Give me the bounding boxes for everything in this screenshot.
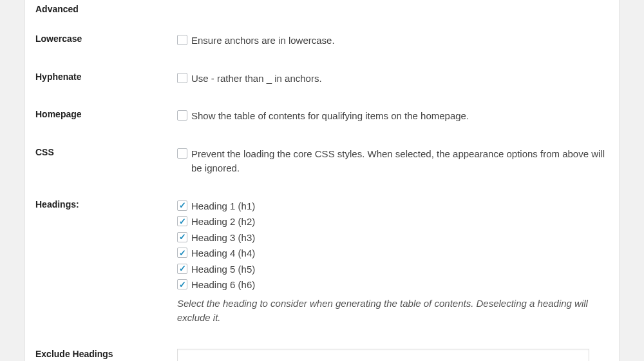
checkbox-line-h5[interactable]: Heading 5 (h5) xyxy=(177,262,609,277)
checkbox-text-hyphenate: Use - rather than _ in anchors. xyxy=(191,72,322,86)
checkbox-line-hyphenate[interactable]: Use - rather than _ in anchors. xyxy=(177,72,609,86)
label-hyphenate: Hyphenate xyxy=(35,72,177,82)
label-css: CSS xyxy=(35,147,177,157)
checkbox-homepage[interactable] xyxy=(177,110,187,121)
advanced-settings-panel: Advanced Lowercase Ensure anchors are in… xyxy=(24,0,620,361)
checkbox-line-h2[interactable]: Heading 2 (h2) xyxy=(177,215,609,229)
checkbox-line-h3[interactable]: Heading 3 (h3) xyxy=(177,231,609,246)
row-lowercase: Lowercase Ensure anchors are in lowercas… xyxy=(35,28,609,66)
checkbox-css[interactable] xyxy=(177,148,187,159)
row-hyphenate: Hyphenate Use - rather than _ in anchors… xyxy=(35,66,609,104)
checkbox-text-css: Prevent the loading the core CSS styles.… xyxy=(191,147,609,176)
label-exclude-headings: Exclude Headings xyxy=(35,349,177,359)
checkbox-text-homepage: Show the table of contents for qualifyin… xyxy=(191,109,469,124)
checkbox-h5[interactable] xyxy=(177,264,187,274)
checkbox-text-h2: Heading 2 (h2) xyxy=(191,215,255,229)
row-headings: Headings: Heading 1 (h1) Heading 2 (h2) … xyxy=(35,194,609,344)
checkbox-text-h3: Heading 3 (h3) xyxy=(191,231,255,246)
checkbox-line-homepage[interactable]: Show the table of contents for qualifyin… xyxy=(177,109,609,124)
checkbox-text-h6: Heading 6 (h6) xyxy=(191,278,255,293)
checkbox-line-h6[interactable]: Heading 6 (h6) xyxy=(177,278,609,293)
checkbox-h3[interactable] xyxy=(177,232,187,242)
checkbox-h2[interactable] xyxy=(177,216,187,226)
label-headings: Headings: xyxy=(35,199,177,210)
helper-headings: Select the heading to consider when gene… xyxy=(177,297,609,326)
heading-checkbox-list: Heading 1 (h1) Heading 2 (h2) Heading 3 … xyxy=(177,199,609,293)
checkbox-h1[interactable] xyxy=(177,200,187,211)
checkbox-hyphenate[interactable] xyxy=(177,73,187,83)
checkbox-line-h4[interactable]: Heading 4 (h4) xyxy=(177,246,609,261)
checkbox-line-lowercase[interactable]: Ensure anchors are in lowercase. xyxy=(177,34,609,48)
checkbox-text-h4: Heading 4 (h4) xyxy=(191,246,255,261)
checkbox-text-lowercase: Ensure anchors are in lowercase. xyxy=(191,34,335,48)
checkbox-h4[interactable] xyxy=(177,248,187,258)
input-exclude-headings[interactable] xyxy=(177,349,589,362)
label-homepage: Homepage xyxy=(35,109,177,119)
section-title: Advanced xyxy=(35,0,609,28)
checkbox-lowercase[interactable] xyxy=(177,35,187,45)
checkbox-text-h1: Heading 1 (h1) xyxy=(191,199,255,214)
checkbox-h6[interactable] xyxy=(177,279,187,289)
label-lowercase: Lowercase xyxy=(35,34,177,44)
checkbox-text-h5: Heading 5 (h5) xyxy=(191,262,255,277)
row-homepage: Homepage Show the table of contents for … xyxy=(35,104,609,142)
row-exclude-headings: Exclude Headings Specify headings to be … xyxy=(35,344,609,362)
row-css: CSS Prevent the loading the core CSS sty… xyxy=(35,142,609,194)
checkbox-line-h1[interactable]: Heading 1 (h1) xyxy=(177,199,609,214)
checkbox-line-css[interactable]: Prevent the loading the core CSS styles.… xyxy=(177,147,609,176)
